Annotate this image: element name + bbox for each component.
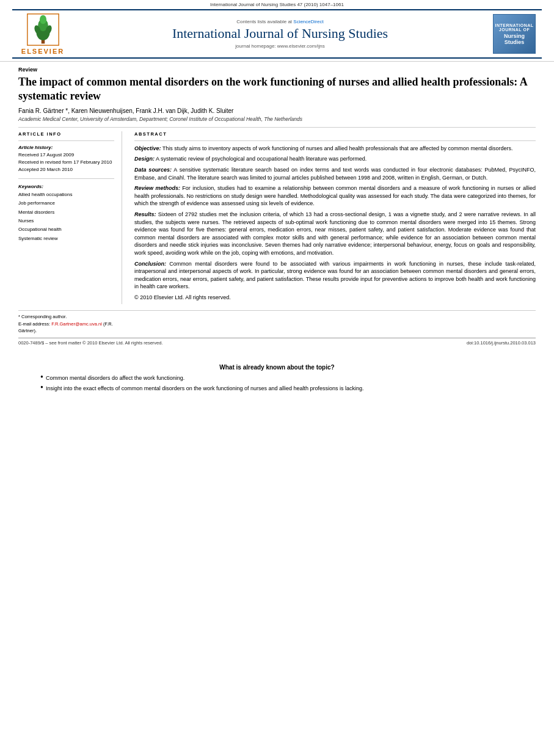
- divider: [18, 127, 536, 128]
- accepted-date: Accepted 20 March 2010: [18, 166, 114, 173]
- footnote-left: * Corresponding author. E-mail address: …: [18, 313, 122, 334]
- divider-keywords: [18, 178, 114, 179]
- design-text: A systematic review of psychological and…: [156, 156, 366, 162]
- methods-para: Review methods: For inclusion, studies h…: [134, 184, 536, 208]
- keywords-section: Keywords: Allied health occupations Job …: [18, 184, 114, 243]
- article-type: Review: [18, 67, 536, 73]
- left-column: ARTICLE INFO Article history: Received 1…: [18, 131, 122, 305]
- bottom-footnote: * Corresponding author. E-mail address: …: [18, 310, 536, 334]
- datasources-label: Data sources:: [134, 167, 172, 173]
- bullet-icon-1: •: [40, 373, 43, 382]
- objective-para: Objective: This study aims to inventory …: [134, 145, 536, 153]
- divider-left: [18, 140, 114, 141]
- abstract-divider: [134, 140, 536, 141]
- email-link[interactable]: F.R.Gartner@amc.uva.nl: [51, 321, 102, 327]
- contents-line: Contents lists available at ScienceDirec…: [67, 19, 493, 24]
- what-known-header: What is already known about the topic?: [31, 364, 523, 371]
- authors: Fania R. Gärtner *, Karen Nieuwenhuijsen…: [18, 107, 536, 114]
- journal-header: International Journal of Nursing Studies…: [0, 0, 554, 62]
- elsevier-tree-icon: [26, 13, 60, 46]
- journal-homepage: journal homepage: www.elsevier.com/ijns: [67, 43, 493, 49]
- abstract-header: ABSTRACT: [134, 131, 536, 137]
- corresponding-label: * Corresponding author.: [18, 314, 67, 319]
- objective-label: Objective:: [134, 145, 161, 151]
- corresponding-author: * Corresponding author. E-mail address: …: [18, 313, 115, 334]
- conclusion-text: Common mental disorders were found to be…: [134, 261, 536, 290]
- revised-date: Received in revised form 17 February 201…: [18, 159, 114, 166]
- keyword-3: Mental disorders: [18, 208, 114, 217]
- footer-issn: 0020-7489/$ – see front matter © 2010 El…: [18, 340, 163, 346]
- abstract-section: Objective: This study aims to inventory …: [134, 145, 536, 302]
- two-column-layout: ARTICLE INFO Article history: Received 1…: [18, 131, 536, 305]
- methods-text: For inclusion, studies had to examine a …: [134, 185, 536, 206]
- results-para: Results: Sixteen of 2792 studies met the…: [134, 211, 536, 257]
- footer-doi: doi:10.1016/j.ijnurstu.2010.03.013: [467, 340, 536, 346]
- bullet-text-1: Common mental disorders do affect the wo…: [46, 374, 184, 382]
- keyword-5: Occupational health: [18, 225, 114, 234]
- svg-point-3: [40, 15, 46, 24]
- nursing-studies-badge: International Journal of Nursing Studies: [493, 14, 536, 54]
- keywords-label: Keywords:: [18, 184, 114, 189]
- article-title: The impact of common mental disorders on…: [18, 75, 536, 104]
- keyword-2: Job performance: [18, 199, 114, 208]
- history-label: Article history:: [18, 145, 114, 150]
- affiliation: Academic Medical Center, University of A…: [18, 116, 536, 122]
- objective-text: This study aims to inventory aspects of …: [162, 145, 513, 151]
- conclusion-label: Conclusion:: [134, 261, 166, 267]
- journal-meta: International Journal of Nursing Studies…: [0, 0, 554, 9]
- article-history: Article history: Received 17 August 2009…: [18, 145, 114, 173]
- journal-banner: ELSEVIER Contents lists available at Sci…: [12, 9, 542, 59]
- article-info-header: ARTICLE INFO: [18, 131, 114, 137]
- copyright-text: © 2010 Elsevier Ltd. All rights reserved…: [134, 294, 536, 302]
- design-label: Design:: [134, 156, 155, 162]
- journal-title-area: Contents lists available at ScienceDirec…: [67, 19, 493, 48]
- conclusion-para: Conclusion: Common mental disorders were…: [134, 260, 536, 291]
- keyword-6: Systematic review: [18, 234, 114, 243]
- elsevier-wordmark: ELSEVIER: [21, 48, 64, 55]
- keyword-1: Allied health occupations: [18, 191, 114, 199]
- right-column: ABSTRACT Objective: This study aims to i…: [134, 131, 536, 305]
- what-known-box: What is already known about the topic? •…: [18, 359, 536, 399]
- bullet-text-2: Insight into the exact effects of common…: [46, 385, 364, 393]
- bullet-icon-2: •: [40, 383, 43, 392]
- results-label: Results:: [134, 211, 156, 217]
- received-date: Received 17 August 2009: [18, 151, 114, 159]
- design-para: Design: A systematic review of psycholog…: [134, 155, 536, 163]
- sciencedirect-link[interactable]: ScienceDirect: [293, 19, 323, 24]
- article-body: Review The impact of common mental disor…: [0, 62, 554, 352]
- journal-main-title: International Journal of Nursing Studies: [67, 26, 493, 42]
- results-text: Sixteen of 2792 studies met the inclusio…: [134, 211, 536, 256]
- datasources-para: Data sources: A sensitive systematic lit…: [134, 166, 536, 181]
- bullet-item-2: • Insight into the exact effects of comm…: [31, 385, 523, 393]
- page-footer: 0020-7489/$ – see front matter © 2010 El…: [18, 338, 536, 346]
- keyword-4: Nurses: [18, 217, 114, 225]
- datasources-text: A sensitive systematic literature search…: [134, 167, 536, 181]
- elsevier-logo: ELSEVIER: [18, 13, 67, 55]
- methods-label: Review methods:: [134, 185, 180, 191]
- badge-text: Nursing Studies: [495, 33, 533, 45]
- email-label: E-mail address:: [18, 321, 50, 327]
- bullet-item-1: • Common mental disorders do affect the …: [31, 374, 523, 382]
